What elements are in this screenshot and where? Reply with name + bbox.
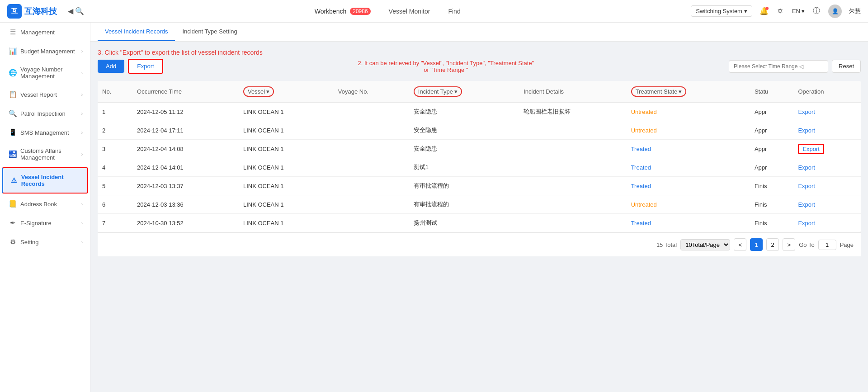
sidebar-item-e-signature[interactable]: ✒ E-Signature › [0, 213, 90, 232]
sidebar-icon-budget: 📊 [9, 47, 17, 55]
annotation-step2: 2. It can be retrieved by "Vessel", "Inc… [355, 60, 536, 73]
export-row-link[interactable]: Export [798, 220, 815, 227]
sidebar-item-voyage[interactable]: 🌐 Voyage Number Management › [0, 61, 90, 85]
col-voyage-no: Voyage No. [334, 81, 409, 103]
col-incident-details: Incident Details [519, 81, 626, 103]
back-icon[interactable]: ◀ [66, 7, 75, 16]
cell-treatment-state: Treated [627, 158, 750, 177]
cell-incident-details [519, 158, 626, 177]
time-range-input[interactable] [729, 60, 828, 73]
cell-vessel: LINK OCEAN 1 [239, 195, 334, 214]
cell-voyage-no [334, 214, 409, 232]
sidebar-item-setting[interactable]: ⚙ Setting › [0, 232, 90, 251]
export-row-link[interactable]: Export [798, 164, 815, 171]
cell-incident-type: 安全隐患 [409, 140, 519, 158]
add-button[interactable]: Add [98, 60, 124, 73]
user-name: 朱慧 [849, 7, 861, 15]
next-page-btn[interactable]: > [783, 238, 795, 251]
table-row: 2 2024-12-04 17:11 LINK OCEAN 1 安全隐患 Unt… [98, 121, 861, 140]
cell-incident-details [519, 214, 626, 232]
table-row: 3 2024-12-04 14:08 LINK OCEAN 1 安全隐患 Tre… [98, 140, 861, 158]
notification-icon[interactable]: 🔔 [760, 7, 769, 16]
cell-voyage-no [334, 103, 409, 121]
tab-incident-type-setting[interactable]: Incident Type Setting [175, 23, 244, 41]
main-content: Vessel Incident RecordsIncident Type Set… [90, 23, 868, 392]
sidebar-item-label-setting: ⚙ Setting [9, 238, 38, 246]
cell-operation[interactable]: Export [793, 158, 861, 177]
table-row: 7 2024-10-30 13:52 LINK OCEAN 1 扬州测试 Tre… [98, 214, 861, 232]
goto-input[interactable] [818, 240, 836, 250]
sidebar-item-patrol[interactable]: 🔍 Patrol Inspectiion › [0, 104, 90, 123]
col-incident-type[interactable]: Incident Type ▾ [409, 81, 519, 103]
col-status: Statu [750, 81, 793, 103]
cell-operation[interactable]: Export [793, 121, 861, 140]
nav-right: Switching System ▾ 🔔 ✡ EN ▾ ⓘ 👤 朱慧 [691, 5, 861, 18]
cell-operation[interactable]: Export [793, 103, 861, 121]
cell-status: Appr [750, 121, 793, 140]
sidebar-item-vessel-report[interactable]: 📋 Vessel Report › [0, 85, 90, 104]
logo-icon: 互 [7, 4, 22, 19]
expand-icon[interactable]: ✡ [776, 7, 785, 16]
col-occurrence-time: Occurrence Time [132, 81, 239, 103]
cell-treatment-state: Treated [627, 214, 750, 232]
sidebar-item-management[interactable]: ☰ Management [0, 23, 90, 42]
cell-incident-type: 扬州测试 [409, 214, 519, 232]
export-row-link[interactable]: Export [798, 183, 815, 189]
nav-vessel-monitor[interactable]: Vessel Monitor [389, 8, 430, 15]
reset-button[interactable]: Reset [832, 60, 861, 73]
cell-incident-details [519, 140, 626, 158]
sidebar-item-sms[interactable]: 📱 SMS Management › [0, 123, 90, 142]
col-treatment-state[interactable]: Treatment State ▾ [627, 81, 750, 103]
annotation-step3: 3. Click "Export" to export the list of … [98, 49, 861, 56]
cell-operation[interactable]: Export [793, 214, 861, 232]
cell-no: 7 [98, 214, 132, 232]
sidebar-item-customs[interactable]: 🛃 Customs Affairs Management › [0, 142, 90, 166]
sidebar-icon-vessel-report: 📋 [9, 90, 17, 99]
per-page-select[interactable]: 10Total/Page 20Total/Page 50Total/Page [680, 239, 730, 250]
nav-workbench[interactable]: Workbench 20986 [315, 8, 371, 15]
export-row-link-highlighted[interactable]: Export [798, 144, 824, 154]
help-icon[interactable]: ⓘ [812, 7, 821, 16]
nav-find[interactable]: Find [448, 8, 460, 15]
cell-operation[interactable]: Export [793, 140, 861, 158]
export-row-link[interactable]: Export [798, 109, 815, 115]
export-row-link[interactable]: Export [798, 127, 815, 134]
sidebar-item-label-management: ☰ Management [9, 28, 55, 36]
prev-page-btn[interactable]: < [734, 238, 746, 251]
export-row-link[interactable]: Export [798, 201, 815, 208]
cell-no: 5 [98, 177, 132, 195]
language-btn[interactable]: EN ▾ [792, 8, 805, 14]
export-all-button[interactable]: Export [128, 59, 163, 74]
cell-vessel: LINK OCEAN 1 [239, 103, 334, 121]
sidebar-item-budget[interactable]: 📊 Budget Management › [0, 42, 90, 61]
sidebar-arrow-e-signature: › [81, 221, 83, 226]
cell-treatment-state: Untreated [627, 121, 750, 140]
sidebar-item-label-address-book: 📒 Address Book [9, 200, 57, 208]
col-vessel[interactable]: Vessel ▾ [239, 81, 334, 103]
sidebar-icon-sms: 📱 [9, 128, 17, 137]
tab-vessel-incident-records[interactable]: Vessel Incident Records [98, 23, 175, 41]
switching-system-btn[interactable]: Switching System ▾ [691, 5, 752, 17]
sidebar-icon-patrol: 🔍 [9, 109, 17, 118]
notification-dot [765, 7, 769, 10]
cell-incident-type: 测试1 [409, 158, 519, 177]
sidebar-item-address-book[interactable]: 📒 Address Book › [0, 194, 90, 213]
cell-incident-details [519, 195, 626, 214]
sidebar-item-label-vessel-report: 📋 Vessel Report [9, 90, 57, 99]
cell-operation[interactable]: Export [793, 195, 861, 214]
logo: 互 互海科技 [7, 4, 57, 19]
content-area: 3. Click "Export" to export the list of … [90, 42, 868, 392]
goto-label: Go To [799, 241, 814, 248]
page-btn-2[interactable]: 2 [766, 238, 779, 251]
sidebar-item-vessel-incident[interactable]: ⚠ Vessel Incident Records [2, 167, 88, 194]
sidebar-arrow-setting: › [81, 240, 83, 245]
sidebar-arrow-sms: › [81, 130, 83, 135]
table-container: No. Occurrence Time Vessel ▾ Voyage No. [98, 81, 861, 232]
cell-operation[interactable]: Export [793, 177, 861, 195]
table-header-row: No. Occurrence Time Vessel ▾ Voyage No. [98, 81, 861, 103]
page-btn-1[interactable]: 1 [750, 238, 763, 251]
table-row: 1 2024-12-05 11:12 LINK OCEAN 1 安全隐患 轮船围… [98, 103, 861, 121]
sidebar-arrow-budget: › [81, 49, 83, 54]
search-icon[interactable]: 🔍 [75, 7, 84, 16]
cell-occurrence-time: 2024-12-03 13:36 [132, 195, 239, 214]
